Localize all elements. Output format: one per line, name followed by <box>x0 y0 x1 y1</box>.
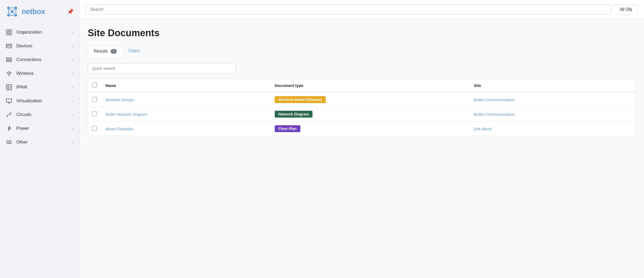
row-site-1[interactable]: Butler Communications <box>474 98 515 102</box>
row-site-2[interactable]: Butler Communications <box>474 112 515 117</box>
results-badge: 3 <box>111 49 117 54</box>
table-row: Butler Network Diagram Network Diagram B… <box>88 107 635 122</box>
sidebar-label-ipam: IPAM <box>16 85 68 90</box>
search-dropdown-button[interactable]: All Obj <box>614 4 638 15</box>
sidebar-item-ipam[interactable]: IPAM › <box>0 80 79 94</box>
connections-icon <box>6 57 12 63</box>
sidebar-label-organization: Organization <box>16 30 68 35</box>
content-area: Site Documents Results 3 Filters N <box>79 19 644 278</box>
svg-rect-21 <box>6 60 12 62</box>
search-input[interactable] <box>86 4 611 15</box>
svg-line-11 <box>8 12 12 15</box>
svg-rect-13 <box>6 30 8 32</box>
table-row: Wireless Design Wireless Model (Ekahau) … <box>88 92 635 107</box>
documents-table: Name Document type Site Wireless Design … <box>88 79 635 136</box>
row-checkbox-2[interactable] <box>92 112 97 116</box>
sidebar-item-wireless[interactable]: Wireless › <box>0 67 79 80</box>
badge-1: Wireless Model (Ekahau) <box>275 96 326 103</box>
chevron-icon-connections: › <box>72 58 73 62</box>
chevron-icon-power: › <box>72 126 73 131</box>
pin-icon[interactable]: 📌 <box>67 8 74 15</box>
svg-rect-16 <box>10 33 12 35</box>
sidebar-label-circuits: Circuits <box>16 112 68 117</box>
svg-line-10 <box>12 8 16 12</box>
chevron-icon-ipam: › <box>72 85 73 89</box>
power-icon <box>6 125 12 132</box>
quick-search-input[interactable] <box>88 63 236 73</box>
svg-point-22 <box>9 76 10 76</box>
sidebar-item-devices[interactable]: Devices › <box>0 39 79 53</box>
chevron-icon-circuits: › <box>72 113 73 117</box>
ipam-icon <box>6 84 12 90</box>
select-all-col <box>88 79 101 92</box>
sidebar-item-virtualization[interactable]: Virtualization › <box>0 94 79 108</box>
sidebar-item-circuits[interactable]: Circuits › <box>0 108 79 122</box>
svg-rect-15 <box>6 33 8 35</box>
svg-rect-14 <box>10 30 12 32</box>
main-area: All Obj Site Documents Results 3 Filters <box>79 0 644 278</box>
row-checkbox-1[interactable] <box>92 97 97 102</box>
page-title: Site Documents <box>88 27 636 39</box>
other-icon <box>6 139 12 145</box>
svg-point-31 <box>10 112 11 113</box>
svg-rect-27 <box>6 99 12 102</box>
col-header-document-type: Document type <box>270 79 470 92</box>
svg-rect-20 <box>6 58 12 59</box>
chevron-icon-other: › <box>72 140 73 144</box>
netbox-logo-icon <box>5 5 19 18</box>
svg-line-12 <box>12 12 16 15</box>
search-container <box>86 4 611 15</box>
sidebar-item-other[interactable]: Other › <box>0 135 79 149</box>
sidebar: netbox 📌 Organization › Devices › Connec… <box>0 0 79 278</box>
sidebar-item-organization[interactable]: Organization › <box>0 25 79 39</box>
sidebar-label-other: Other <box>16 140 68 145</box>
sidebar-label-connections: Connections <box>16 57 68 62</box>
sidebar-item-power[interactable]: Power › <box>0 122 79 135</box>
svg-point-30 <box>7 116 8 117</box>
circuits-icon <box>6 112 12 118</box>
devices-icon <box>6 43 12 49</box>
col-header-site: Site <box>470 79 635 92</box>
organization-icon <box>6 29 12 35</box>
chevron-icon-wireless: › <box>72 71 73 76</box>
chevron-icon-virtualization: › <box>72 99 73 103</box>
svg-rect-17 <box>6 44 12 48</box>
row-name-2[interactable]: Butler Network Diagram <box>105 112 147 117</box>
sidebar-label-power: Power <box>16 126 68 131</box>
select-all-checkbox[interactable] <box>92 83 97 87</box>
svg-line-9 <box>8 8 12 12</box>
row-site-3[interactable]: DM-Akron <box>474 127 492 131</box>
sidebar-logo: netbox 📌 <box>0 0 79 23</box>
sidebar-item-connections[interactable]: Connections › <box>0 53 79 67</box>
virtualization-icon <box>6 98 12 104</box>
tab-filters[interactable]: Filters <box>123 46 146 57</box>
topbar: All Obj <box>79 0 644 19</box>
badge-3: Floor Plan <box>275 125 300 132</box>
documents-table-container: Name Document type Site Wireless Design … <box>88 79 636 136</box>
badge-2: Network Diagram <box>275 111 312 118</box>
row-checkbox-3[interactable] <box>92 126 97 131</box>
tabs-row: Results 3 Filters <box>88 46 636 57</box>
col-header-name: Name <box>101 79 270 92</box>
tab-results-label: Results <box>94 49 108 53</box>
table-row: Akron Floorplan Floor Plan DM-Akron <box>88 122 635 136</box>
row-name-3[interactable]: Akron Floorplan <box>105 127 133 131</box>
svg-rect-23 <box>6 85 12 90</box>
sidebar-label-devices: Devices <box>16 43 68 49</box>
chevron-icon-devices: › <box>72 44 73 48</box>
sidebar-label-wireless: Wireless <box>16 71 68 76</box>
chevron-icon-organization: › <box>72 30 73 34</box>
tab-results[interactable]: Results 3 <box>88 46 123 57</box>
quick-search-container <box>88 63 636 73</box>
sidebar-nav: Organization › Devices › Connections › W… <box>0 23 79 151</box>
sidebar-label-virtualization: Virtualization <box>16 98 68 104</box>
logo-text: netbox <box>22 7 45 16</box>
wireless-icon <box>6 70 12 77</box>
row-name-1[interactable]: Wireless Design <box>105 98 134 102</box>
